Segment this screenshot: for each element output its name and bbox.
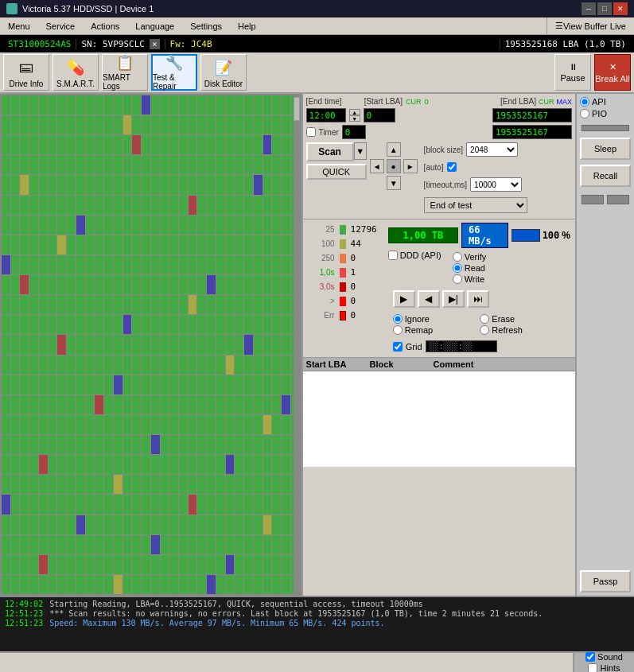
step-fwd-button[interactable]: ▶| — [442, 290, 465, 308]
grid-cell — [57, 515, 66, 534]
nav-center-button[interactable]: ● — [387, 159, 401, 173]
device-close-button[interactable]: × — [150, 39, 160, 49]
api-radio[interactable] — [580, 97, 589, 107]
end-time-input[interactable] — [306, 108, 346, 122]
nav-up-button[interactable]: ▲ — [387, 142, 401, 157]
nav-down-button[interactable]: ▼ — [387, 176, 401, 190]
grid-cell — [179, 575, 188, 594]
menu-item-service[interactable]: Service — [38, 17, 84, 34]
hints-checkbox[interactable] — [588, 663, 597, 672]
erase-radio[interactable] — [480, 314, 489, 324]
grid-cell — [189, 575, 197, 594]
grid-cell — [169, 175, 178, 194]
grid-cell — [67, 355, 76, 375]
table-body[interactable] — [303, 371, 575, 467]
grid-cell — [67, 115, 76, 134]
timer-input[interactable] — [342, 125, 366, 139]
grid-checkbox[interactable] — [393, 342, 403, 352]
pause-button[interactable]: ⏸ Pause — [554, 54, 591, 91]
grid-cell — [226, 415, 235, 434]
block-size-select[interactable]: 2048 512 1024 4096 — [466, 142, 518, 157]
grid-cell — [254, 375, 263, 394]
ignore-radio[interactable] — [393, 314, 403, 324]
log-message: *** Scan results: no warnings, no errors… — [49, 609, 543, 618]
test-repair-button[interactable]: 🔧 Test & Repair — [151, 54, 197, 91]
grid-cell — [104, 415, 113, 434]
timeout-select[interactable]: 10000 5000 15000 — [470, 177, 522, 192]
drive-info-button[interactable]: 🖴 Drive Info — [3, 54, 49, 91]
grid-cell — [57, 175, 66, 194]
menu-item-actions[interactable]: Actions — [83, 17, 127, 34]
minimize-button[interactable]: ─ — [581, 2, 596, 15]
close-button[interactable]: ✕ — [613, 2, 628, 15]
grid-cell — [39, 355, 48, 375]
grid-cell — [142, 95, 150, 115]
nav-left-button[interactable]: ◄ — [370, 159, 384, 173]
break-all-button[interactable]: ✕ Break All — [594, 54, 631, 91]
view-buffer-button[interactable]: ☰ View Buffer Live — [546, 17, 634, 34]
end-of-test-select[interactable]: End of test Hibernate Power off Restart — [424, 197, 527, 213]
grid-cell — [104, 135, 113, 154]
grid-cell — [104, 235, 113, 254]
grid-cell — [244, 235, 253, 254]
grid-cell — [142, 435, 150, 454]
remap-radio[interactable] — [393, 325, 403, 335]
sound-checkbox[interactable] — [585, 652, 595, 662]
skip-end-button[interactable]: ⏭ — [467, 290, 489, 308]
refresh-radio[interactable] — [480, 325, 489, 335]
smart-button[interactable]: 💊 S.M.A.R.T. — [53, 54, 99, 91]
menu-item-menu[interactable]: Menu — [0, 17, 38, 34]
grid-cell — [207, 235, 216, 254]
end-lba-input-bottom[interactable] — [492, 125, 572, 139]
grid-cell — [235, 175, 243, 194]
start-lba-input[interactable] — [364, 108, 395, 122]
grid-cell — [263, 535, 272, 554]
rewind-button[interactable]: ◀ — [418, 290, 440, 308]
play-button[interactable]: ▶ — [393, 290, 415, 308]
log-timestamp: 12:51:23 — [5, 619, 43, 627]
end-lba-input-top[interactable] — [492, 108, 572, 122]
pio-radio[interactable] — [580, 109, 589, 118]
write-radio[interactable] — [453, 274, 462, 284]
scan-button[interactable]: Scan — [306, 142, 354, 161]
grid-cell — [216, 155, 225, 174]
scan-dropdown[interactable]: ▼ — [354, 142, 367, 160]
passp-button[interactable]: Passp — [580, 570, 631, 592]
grid-cell — [49, 495, 57, 514]
grid-cell — [123, 575, 132, 594]
grid-cell — [142, 315, 150, 334]
grid-cell — [29, 415, 38, 434]
grid-scrollbar-thumb[interactable] — [294, 97, 300, 121]
auto-checkbox[interactable] — [447, 162, 457, 172]
disk-editor-button[interactable]: 📝 Disk Editor — [200, 54, 247, 91]
end-time-down[interactable]: ▼ — [349, 115, 360, 122]
grid-cell — [76, 395, 85, 414]
grid-cell — [29, 555, 38, 574]
grid-cell — [104, 535, 113, 554]
ddd-api-checkbox[interactable] — [388, 251, 398, 260]
nav-right-button[interactable]: ► — [403, 159, 418, 173]
quick-button[interactable]: QUICK — [306, 164, 367, 180]
read-radio[interactable] — [453, 263, 462, 273]
verify-radio[interactable] — [453, 252, 462, 262]
maximize-button[interactable]: □ — [597, 2, 612, 15]
grid-cell — [20, 255, 29, 274]
menu-item-help[interactable]: Help — [230, 17, 264, 34]
grid-scrollbar[interactable] — [294, 94, 300, 596]
end-time-up[interactable]: ▲ — [349, 109, 360, 115]
menu-item-language[interactable]: Language — [127, 17, 182, 34]
menu-item-settings[interactable]: Settings — [182, 17, 230, 34]
recall-button[interactable]: Recall — [580, 165, 631, 187]
end-time-spinner[interactable]: ▲ ▼ — [349, 109, 360, 122]
speed-stats-row: 1,00 TB 66 MB/s 100 % — [388, 223, 570, 248]
grid-cell — [272, 575, 281, 594]
grid-cell — [57, 235, 66, 254]
sleep-button[interactable]: Sleep — [580, 138, 631, 160]
stat-row-3s: 3,0s 0 — [308, 280, 382, 293]
timer-checkbox[interactable] — [306, 127, 316, 137]
grid-cell — [216, 135, 225, 154]
grid-cell — [20, 495, 29, 514]
grid-cell — [132, 235, 141, 254]
smart-logs-button[interactable]: 📋 SMART Logs — [102, 54, 148, 91]
grid-cell — [216, 315, 225, 334]
